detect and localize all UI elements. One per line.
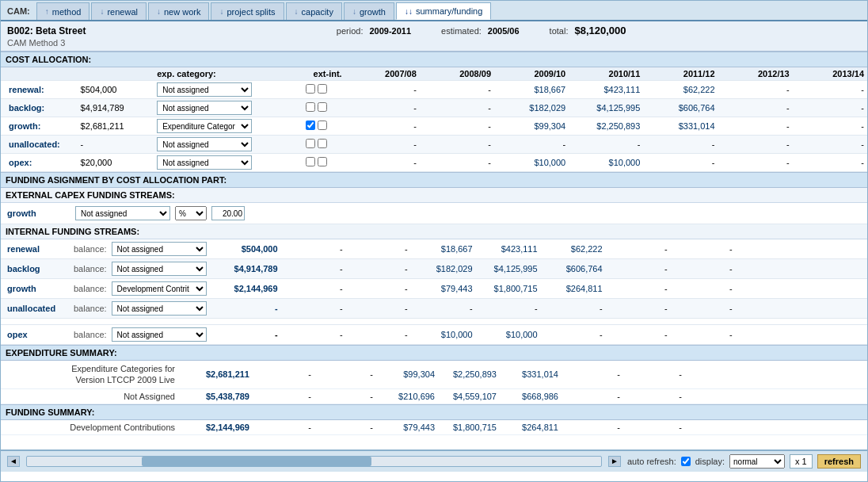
ext-int-checkboxes (287, 99, 345, 117)
int-fund-category[interactable]: Not assigned (112, 301, 207, 316)
int-fund-amount: $504,000 (210, 244, 281, 254)
int-year-val: - (284, 284, 346, 293)
col-2009-10: 2009/10 (494, 67, 569, 81)
funding-summary-header: FUNDING SUMMARY: (1, 404, 867, 420)
exp-year-val: $210,696 (376, 392, 438, 401)
int-year-val: - (609, 244, 671, 254)
year-val-4: - (643, 154, 718, 172)
internal-funding-row: backlog balance: Not assigned $4,914,789… (1, 259, 867, 279)
external-capex-header: EXTERNAL CAPEX FUNDING STREAMS: (1, 188, 867, 203)
summary-arrow: ↓↓ (405, 7, 413, 16)
year-val-3: $423,111 (569, 81, 643, 99)
alloc-category[interactable]: Not assigned (154, 81, 287, 99)
year-val-2: $99,304 (494, 117, 569, 136)
tab-renewal[interactable]: ↓ renewal (91, 2, 147, 20)
int-year-val: - (674, 304, 736, 313)
tab-bar: CAM: ↑ method ↓ renewal ↓ new work ↓ pro… (1, 1, 867, 21)
category-select[interactable]: Not assigned (157, 101, 252, 115)
int-year-val: $62,222 (544, 244, 606, 254)
int-fund-category[interactable]: Not assigned (112, 262, 207, 276)
year-val-3: $2,250,893 (569, 117, 643, 136)
int-checkbox[interactable] (318, 157, 327, 166)
tab-renewal-label: renewal (107, 7, 138, 17)
tab-capacity[interactable]: ↓ capacity (286, 2, 342, 20)
ext-checkbox[interactable] (306, 84, 315, 94)
col-label (1, 67, 78, 81)
ext-checkbox[interactable] (306, 120, 315, 130)
tab-summary-label: summary/funding (416, 6, 482, 16)
int-checkbox[interactable] (318, 84, 327, 94)
opex-fund-category[interactable]: Not assigned (112, 327, 207, 342)
auto-refresh-checkbox[interactable] (681, 457, 691, 466)
ext-checkbox[interactable] (306, 139, 315, 148)
opex-year-val: - (284, 330, 346, 339)
asset-title: B002: Beta Street (7, 25, 86, 36)
scroll-right-btn[interactable]: ► (608, 456, 621, 467)
refresh-button[interactable]: refresh (817, 454, 861, 469)
alloc-category[interactable]: Expenditure Categor (154, 117, 287, 136)
int-checkbox[interactable] (318, 120, 327, 130)
year-val-1: - (420, 117, 494, 136)
category-select[interactable]: Expenditure Categor (157, 119, 252, 133)
display-select[interactable]: normal compact (729, 454, 785, 469)
int-checkbox[interactable] (318, 102, 327, 112)
int-fund-category[interactable]: Development Contrit (112, 281, 207, 296)
ext-growth-pct[interactable]: % (175, 206, 207, 220)
alloc-amount: - (78, 136, 154, 154)
year-val-0: - (345, 154, 420, 172)
project-splits-arrow: ↓ (219, 7, 223, 16)
external-capex-row: growth Not assigned % (1, 203, 867, 224)
exp-desc: Expenditure Categories forVersion LTCCP … (7, 363, 181, 386)
opex-year-val: - (349, 330, 411, 339)
alloc-label: unallocated: (1, 136, 78, 154)
fund-year-val: - (562, 423, 623, 432)
scroll-left-btn[interactable]: ◄ (7, 456, 20, 467)
tab-growth-label: growth (360, 7, 386, 17)
int-fund-category[interactable]: Not assigned (112, 242, 207, 256)
int-year-val: - (349, 304, 411, 313)
year-val-2: $10,000 (494, 154, 569, 172)
category-select[interactable]: Not assigned (157, 137, 252, 151)
alloc-category[interactable]: Not assigned (154, 154, 287, 172)
alloc-label: renewal: (1, 81, 78, 99)
year-val-6: - (793, 81, 867, 99)
int-year-val: - (284, 304, 346, 313)
int-year-val: $4,125,995 (479, 264, 541, 274)
year-val-2: - (494, 136, 569, 154)
exp-year-val: - (562, 392, 623, 401)
year-val-0: - (345, 81, 420, 99)
opex-year-val: $10,000 (479, 330, 541, 339)
alloc-category[interactable]: Not assigned (154, 136, 287, 154)
ext-checkbox[interactable] (306, 102, 315, 112)
year-val-2: $182,029 (494, 99, 569, 117)
int-checkbox[interactable] (318, 139, 327, 148)
tab-summary-funding[interactable]: ↓↓ summary/funding (396, 2, 491, 20)
internal-funding-header: INTERNAL FUNDING STREAMS: (1, 224, 867, 239)
exp-amount: $5,438,789 (181, 392, 253, 401)
tab-growth[interactable]: ↓ growth (344, 2, 394, 20)
category-select[interactable]: Not assigned (157, 155, 252, 170)
cost-allocation-header: COST ALLOCATION: (1, 52, 867, 67)
bottom-spacer (1, 435, 867, 449)
new-work-arrow: ↓ (157, 7, 161, 16)
ext-checkbox[interactable] (306, 157, 315, 166)
year-val-4: $606,764 (643, 99, 718, 117)
ext-growth-category[interactable]: Not assigned (75, 206, 170, 220)
horizontal-scrollbar[interactable] (26, 456, 602, 467)
total-value: $8,120,000 (574, 25, 626, 36)
fund-year-val: $79,443 (376, 423, 438, 432)
tab-new-work-label: new work (164, 7, 200, 17)
tab-project-splits[interactable]: ↓ project splits (211, 2, 284, 20)
alloc-label: backlog: (1, 99, 78, 117)
exp-cat-header: exp. category: (154, 67, 287, 81)
ext-growth-value[interactable] (211, 206, 245, 220)
tab-method[interactable]: ↑ method (36, 2, 90, 20)
exp-amount: $2,681,211 (181, 369, 253, 379)
exp-year-val: - (253, 369, 314, 379)
tab-new-work[interactable]: ↓ new work (148, 2, 209, 20)
category-select[interactable]: Not assigned (157, 82, 252, 97)
int-year-val: - (674, 264, 736, 274)
cost-alloc-row: opex: $20,000 Not assigned --$10,000$10,… (1, 154, 867, 172)
opex-fund-label: opex (7, 330, 70, 339)
alloc-category[interactable]: Not assigned (154, 99, 287, 117)
